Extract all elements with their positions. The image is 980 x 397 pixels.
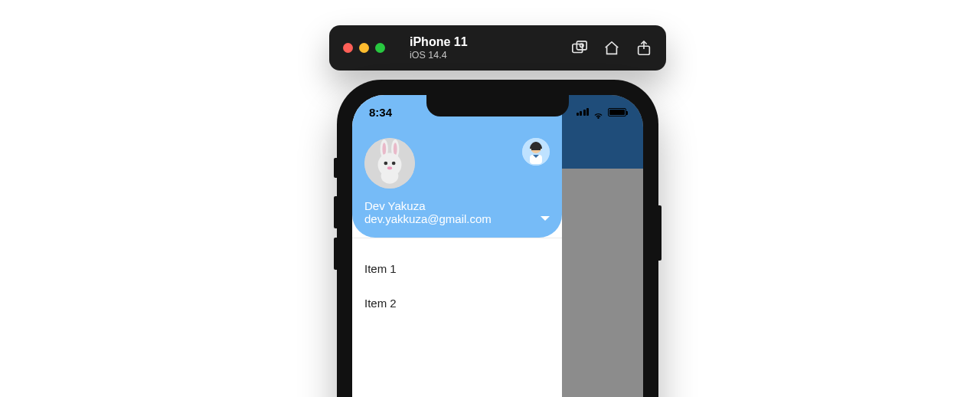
wifi-icon [593, 108, 604, 116]
os-version-label: iOS 14.4 [410, 50, 468, 61]
status-time: 8:34 [369, 106, 392, 119]
phone-frame: 8:34 [337, 80, 658, 397]
svg-point-11 [384, 162, 387, 166]
power-button[interactable] [658, 205, 662, 261]
svg-point-13 [387, 166, 392, 169]
drawer-user-name: Dev Yakuza [364, 199, 492, 212]
battery-icon [608, 108, 626, 116]
cellular-signal-icon [577, 108, 590, 116]
home-icon[interactable] [603, 40, 620, 57]
titlebar-actions [571, 40, 652, 57]
title-info: iPhone 11 iOS 14.4 [410, 35, 468, 61]
status-right [577, 108, 627, 116]
volume-down-button[interactable] [334, 238, 337, 270]
svg-point-2 [580, 44, 583, 48]
svg-rect-1 [577, 41, 586, 49]
drawer-item-1[interactable]: Item 1 [352, 251, 562, 286]
primary-avatar[interactable] [364, 138, 415, 189]
secondary-avatar[interactable] [522, 138, 550, 166]
svg-point-7 [382, 143, 386, 156]
close-window-button[interactable] [343, 43, 353, 53]
device-notch [426, 95, 569, 116]
drawer-item-2[interactable]: Item 2 [352, 286, 562, 320]
navigation-drawer[interactable]: Dev Yakuza dev.yakkuza@gmail.com Item 1 … [352, 95, 562, 397]
svg-point-12 [392, 162, 396, 166]
phone-screen: 8:34 [352, 95, 643, 397]
device-name-label: iPhone 11 [410, 35, 468, 49]
drawer-user-email: dev.yakkuza@gmail.com [364, 212, 492, 225]
chevron-down-icon[interactable] [541, 216, 550, 221]
volume-up-button[interactable] [334, 196, 337, 228]
screenshot-icon[interactable] [571, 40, 588, 57]
simulator-titlebar: iPhone 11 iOS 14.4 [329, 25, 666, 71]
minimize-window-button[interactable] [359, 43, 369, 53]
drawer-items-list: Item 1 Item 2 [352, 238, 562, 334]
svg-rect-16 [531, 149, 541, 150]
fullscreen-window-button[interactable] [375, 43, 385, 53]
share-icon[interactable] [635, 40, 652, 57]
window-controls [343, 43, 385, 53]
svg-rect-0 [573, 44, 583, 52]
svg-point-8 [394, 143, 397, 156]
svg-point-10 [381, 168, 399, 184]
